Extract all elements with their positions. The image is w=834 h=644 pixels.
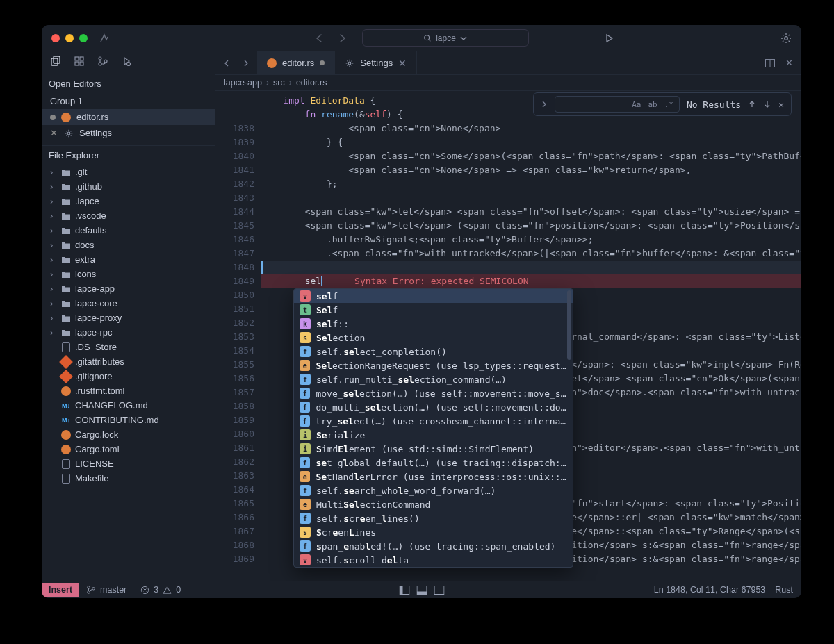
run-button[interactable] [604, 33, 614, 43]
folder-row[interactable]: › defaults [42, 223, 215, 238]
completion-item[interactable]: eSelectionRangeRequest (use lsp_types::r… [294, 358, 573, 372]
completion-item[interactable]: fset_global_default(…) (use tracing::dis… [294, 456, 573, 470]
close-panel-icon[interactable]: ✕ [785, 58, 793, 68]
completion-item[interactable]: fself.search_whole_word_forward(…) [294, 484, 573, 497]
settings-icon[interactable] [780, 33, 792, 44]
completion-kind-icon: v [300, 290, 311, 302]
find-next-icon[interactable] [763, 100, 771, 108]
nav-back-icon[interactable] [315, 33, 325, 43]
folder-row[interactable]: › .vscode [42, 208, 215, 223]
chevron-right-icon: › [50, 210, 57, 221]
cursor-position[interactable]: Ln 1848, Col 11, Char 67953 [654, 585, 766, 595]
tab-prev-icon[interactable] [224, 60, 231, 67]
svg-point-17 [92, 588, 95, 591]
expand-find-icon[interactable] [541, 101, 548, 108]
completion-item[interactable]: fspan_enabled!(…) (use tracing::span_ena… [294, 539, 573, 553]
completion-kind-icon: s [300, 527, 311, 538]
open-editor-item[interactable]: ✕ Settings [42, 125, 215, 141]
completion-item[interactable]: vself [294, 289, 573, 303]
file-row[interactable]: LICENSE [42, 456, 215, 471]
completion-kind-icon: f [300, 402, 310, 413]
completion-item[interactable]: ftry_select(…) (use crossbeam_channel::i… [294, 414, 573, 428]
completion-item[interactable]: fself.screen_lines() [294, 511, 573, 525]
problems[interactable]: 3 0 [133, 585, 188, 595]
file-row[interactable]: .DS_Store [42, 340, 215, 354]
file-row[interactable]: .rustfmt.toml [42, 383, 215, 398]
completion-item[interactable]: eMultiSelectionCommand [294, 497, 573, 511]
case-sensitive-toggle[interactable]: Aa [632, 100, 641, 109]
open-editors-group: Group 1 [42, 93, 215, 109]
window-zoom[interactable] [79, 34, 88, 42]
breadcrumb[interactable]: lapce-app›src›editor.rs [215, 75, 801, 91]
file-row[interactable]: M↓CHANGELOG.md [42, 398, 215, 413]
completion-item[interactable]: fmove_selection(…) (use self::movement::… [294, 386, 573, 400]
close-icon[interactable]: ✕ [398, 58, 407, 69]
folder-icon [61, 212, 71, 220]
completion-item[interactable]: kself:: [294, 317, 573, 331]
folder-row[interactable]: › .github [42, 179, 215, 194]
completion-kind-icon: v [300, 554, 311, 565]
folder-row[interactable]: › lapce-core [42, 296, 215, 311]
chevron-right-icon: › [50, 254, 57, 265]
rust-file-icon [267, 58, 277, 68]
tab-next-icon[interactable] [242, 60, 249, 67]
debug-tab-icon[interactable] [121, 56, 132, 67]
completion-item[interactable]: fdo_multi_selection(…) (use self::moveme… [294, 400, 573, 414]
folder-row[interactable]: › icons [42, 267, 215, 281]
completion-item[interactable]: sScreenLines [294, 525, 573, 539]
extensions-tab-icon[interactable] [74, 56, 85, 67]
close-icon[interactable]: ✕ [50, 128, 58, 138]
folder-row[interactable]: › extra [42, 252, 215, 267]
file-row[interactable]: Cargo.lock [42, 427, 215, 442]
completion-item[interactable]: iSerialize [294, 428, 573, 442]
rust-file-icon [61, 113, 71, 122]
command-search[interactable]: lapce [362, 29, 529, 47]
split-editor-icon[interactable] [764, 58, 776, 69]
whole-word-toggle[interactable]: ab [648, 100, 657, 109]
panel-layout-icon[interactable] [399, 586, 409, 595]
folder-row[interactable]: › lapce-app [42, 281, 215, 296]
chevron-down-icon [460, 35, 467, 42]
find-panel[interactable]: Aa ab .* No Results ✕ [533, 92, 792, 116]
language-mode[interactable]: Rust [775, 585, 793, 595]
folder-row[interactable]: › docs [42, 238, 215, 252]
file-row[interactable]: .gitattributes [42, 354, 215, 369]
completion-item[interactable]: fself.select_completion() [294, 345, 573, 358]
explorer-tab-icon[interactable] [50, 56, 61, 67]
open-editors-header: Open Editors [42, 74, 215, 93]
file-row[interactable]: Cargo.toml [42, 442, 215, 456]
tab-editor[interactable]: editor.rs [257, 51, 335, 74]
completion-item[interactable]: fself.run_multi_selection_command(…) [294, 372, 573, 386]
folder-row[interactable]: › .git [42, 165, 215, 179]
rust-file-icon [61, 386, 71, 396]
file-row[interactable]: Makefile [42, 471, 215, 486]
file-row[interactable]: M↓CONTRIBUTING.md [42, 413, 215, 427]
completion-item[interactable]: vself.scroll_delta [294, 553, 573, 567]
code-completion-popup[interactable]: vselftSelfkself::sSelectionfself.select_… [293, 288, 573, 568]
window-minimize[interactable] [65, 34, 74, 42]
open-editor-item[interactable]: editor.rs [42, 109, 215, 125]
completion-item[interactable]: sSelection [294, 331, 573, 345]
panel-layout-icon[interactable] [434, 586, 444, 595]
source-control-tab-icon[interactable] [97, 56, 108, 67]
file-explorer-header: File Explorer [42, 146, 215, 165]
svg-rect-23 [434, 586, 444, 594]
find-prev-icon[interactable] [748, 100, 756, 108]
completion-item[interactable]: tSelf [294, 303, 573, 317]
nav-forward-icon[interactable] [337, 33, 347, 43]
folder-row[interactable]: › lapce-rpc [42, 325, 215, 340]
find-input[interactable]: Aa ab .* [555, 96, 680, 113]
folder-row[interactable]: › lapce-proxy [42, 311, 215, 325]
scrollbar[interactable] [567, 290, 571, 360]
tab-settings[interactable]: Settings ✕ [335, 51, 417, 74]
close-find-icon[interactable]: ✕ [778, 99, 784, 110]
folder-row[interactable]: › .lapce [42, 194, 215, 208]
completion-item[interactable]: iSimdElement (use std::simd::SimdElement… [294, 442, 573, 456]
window-close[interactable] [51, 34, 60, 42]
git-branch[interactable]: master [79, 585, 133, 595]
file-row[interactable]: .gitignore [42, 369, 215, 383]
completion-item[interactable]: eSetHandlerError (use interprocess::os::… [294, 470, 573, 484]
regex-toggle[interactable]: .* [664, 100, 673, 109]
panel-layout-icon[interactable] [416, 586, 427, 595]
completion-kind-icon: f [300, 457, 310, 468]
